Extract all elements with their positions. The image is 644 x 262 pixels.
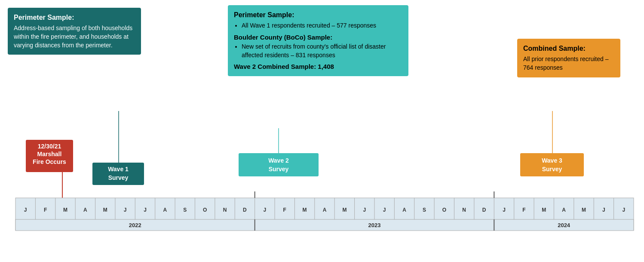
year-label-2022: 2022 [129, 222, 141, 228]
month-label-24: J [503, 207, 506, 213]
month-label-30: J [622, 207, 625, 213]
wave3-survey-label-line2: Survey [542, 166, 562, 173]
month-label-29: J [602, 207, 605, 213]
month-label-7: A [163, 207, 167, 213]
month-label-21: O [442, 207, 446, 213]
month-label-6: J [144, 207, 147, 213]
wave3-survey-label-line1: Wave 3 [542, 157, 562, 164]
fire-event-text-line3: Fire Occurs [33, 158, 66, 165]
month-label-2: M [63, 207, 67, 213]
year-label-2023: 2023 [368, 222, 381, 228]
month-label-16: M [342, 207, 347, 213]
month-label-23: D [482, 207, 486, 213]
month-label-14: M [303, 207, 307, 213]
month-label-13: F [283, 207, 286, 213]
month-label-11: D [243, 207, 247, 213]
month-label-15: A [323, 207, 327, 213]
month-label-12: J [263, 207, 266, 213]
month-label-8: S [183, 207, 187, 213]
wave2-survey-label-line2: Survey [269, 166, 289, 173]
fire-event-text-line2: Marshall [37, 151, 62, 157]
month-label-10: N [223, 207, 227, 213]
month-label-25: F [522, 207, 525, 213]
month-label-5: J [124, 207, 127, 213]
month-label-28: M [582, 207, 586, 213]
month-label-1: F [44, 207, 47, 213]
fire-event-text-line1: 12/30/21 [38, 143, 61, 150]
month-label-27: A [562, 207, 566, 213]
month-label-0: J [24, 207, 27, 213]
month-label-26: M [542, 207, 546, 213]
month-label-22: N [462, 207, 466, 213]
wave1-survey-label-line1: Wave 1 [108, 166, 129, 173]
timeline-svg: 12/30/21 Marshall Fire Occurs Wave 1 Sur… [0, 0, 644, 262]
month-label-9: O [203, 207, 207, 213]
month-label-19: A [402, 207, 406, 213]
wave2-survey-label-line1: Wave 2 [268, 157, 289, 164]
month-label-3: A [83, 207, 87, 213]
month-label-17: J [363, 207, 366, 213]
year-bg [15, 219, 634, 231]
year-label-2024: 2024 [558, 222, 570, 228]
wave1-survey-label-line2: Survey [108, 174, 129, 181]
diagram: Perimeter Sample: Address-based sampling… [0, 0, 644, 262]
month-label-4: M [103, 207, 107, 213]
month-label-18: J [383, 207, 386, 213]
month-label-20: S [423, 207, 426, 213]
